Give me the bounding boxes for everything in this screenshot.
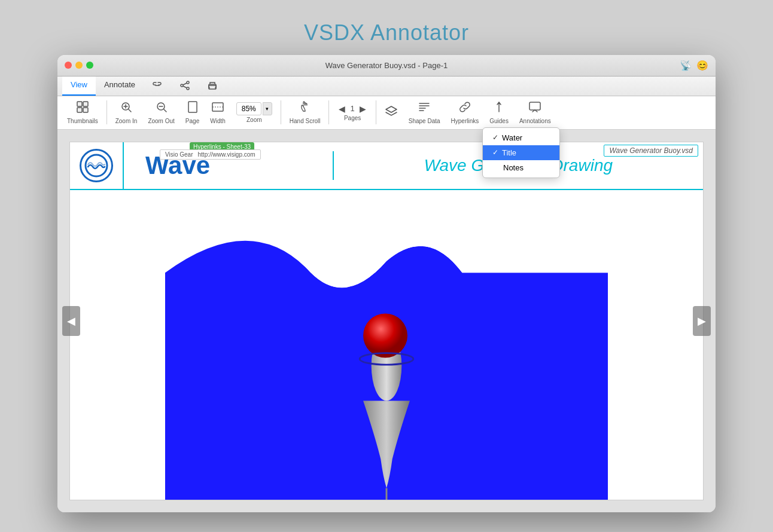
water-label: Water bbox=[502, 133, 522, 142]
content-area: ◀ ▶ Hyperlinks - Sheet-33 Visio Gear htt… bbox=[57, 130, 716, 512]
zoom-input[interactable] bbox=[236, 102, 261, 115]
annotations-label: Annotations bbox=[519, 118, 551, 124]
shape-data-icon bbox=[418, 100, 431, 117]
svg-rect-10 bbox=[188, 102, 197, 112]
thumbnails-label: Thumbnails bbox=[67, 118, 98, 124]
page-icon bbox=[186, 100, 199, 117]
page-label: Page bbox=[185, 118, 199, 124]
annotations-button[interactable]: Annotations bbox=[515, 99, 556, 126]
svg-point-16 bbox=[363, 313, 407, 357]
hand-scroll-label: Hand Scroll bbox=[290, 118, 321, 124]
tab-permalink[interactable] bbox=[144, 77, 171, 96]
zoom-out-label: Zoom Out bbox=[148, 118, 174, 124]
zoom-control: ▾ bbox=[236, 102, 272, 115]
pages-nav-group: ◀ 1 ▶ Pages bbox=[333, 103, 372, 123]
tab-view[interactable]: View bbox=[62, 77, 96, 96]
prev-page-button[interactable]: ◀ bbox=[337, 104, 346, 114]
nav-left-button[interactable]: ◀ bbox=[62, 306, 80, 336]
width-label: Width bbox=[210, 118, 226, 124]
minimize-button[interactable] bbox=[75, 62, 83, 69]
thumbnails-icon bbox=[76, 100, 89, 117]
nav-right-button[interactable]: ▶ bbox=[693, 306, 711, 336]
nav-right-icon: ▶ bbox=[698, 314, 706, 328]
hyperlink-url: http://www.visigp.com bbox=[198, 151, 255, 158]
hyperlinks-icon bbox=[458, 100, 471, 117]
drawing-header: Hyperlinks - Sheet-33 Visio Gear http://… bbox=[70, 142, 703, 190]
drawing-logo-box bbox=[70, 142, 124, 189]
window-title: Wave Generator Buoy.vsd - Page-1 bbox=[325, 61, 448, 70]
zoom-in-button[interactable]: Zoom In bbox=[111, 99, 142, 126]
dropdown-item-water[interactable]: Water bbox=[483, 130, 559, 145]
svg-rect-6 bbox=[77, 108, 82, 112]
canvas-area: ◀ ▶ Hyperlinks - Sheet-33 Visio Gear htt… bbox=[57, 130, 716, 512]
sep4 bbox=[376, 100, 376, 124]
pages-nav: ◀ 1 ▶ bbox=[337, 104, 367, 114]
close-button[interactable] bbox=[65, 62, 72, 69]
pages-label: Pages bbox=[344, 115, 361, 121]
menu-tabs: View Annotate bbox=[57, 77, 716, 96]
wifi-icon: 📡 bbox=[680, 60, 692, 71]
svg-point-2 bbox=[187, 87, 189, 90]
wave-logo bbox=[80, 149, 113, 182]
guides-button[interactable]: Guides bbox=[485, 99, 513, 126]
tab-annotate[interactable]: Annotate bbox=[96, 77, 144, 96]
mac-window: Wave Generator Buoy.vsd - Page-1 📡 😊 Vie… bbox=[57, 55, 716, 512]
svg-rect-3 bbox=[209, 84, 216, 89]
hand-scroll-icon bbox=[299, 100, 312, 117]
hyperlinks-label: Hyperlinks bbox=[451, 118, 479, 124]
annotations-icon bbox=[528, 100, 541, 117]
svg-rect-7 bbox=[83, 108, 88, 112]
layers-button[interactable] bbox=[380, 103, 403, 122]
drawing-file-label: Wave Generator Buoy.vsd bbox=[604, 145, 698, 157]
svg-rect-5 bbox=[83, 102, 88, 106]
sep3 bbox=[328, 100, 329, 124]
zoom-in-label: Zoom In bbox=[115, 118, 138, 124]
svg-rect-12 bbox=[529, 102, 540, 110]
dropdown-item-notes[interactable]: Notes bbox=[483, 160, 559, 175]
zoom-control-group: ▾ Zoom bbox=[232, 101, 277, 124]
tab-share[interactable] bbox=[171, 77, 199, 96]
svg-point-0 bbox=[187, 81, 189, 84]
page-button[interactable]: Page bbox=[181, 99, 204, 126]
svg-rect-4 bbox=[77, 102, 82, 106]
traffic-lights bbox=[65, 62, 93, 69]
person-icon: 😊 bbox=[696, 60, 708, 71]
dropdown-item-title[interactable]: Title bbox=[483, 145, 559, 160]
hyperlink-detail: Visio Gear http://www.visigp.com bbox=[160, 149, 261, 160]
zoom-in-icon bbox=[120, 100, 133, 117]
current-page: 1 bbox=[350, 104, 354, 113]
wave-drawing bbox=[70, 191, 703, 500]
sep2 bbox=[281, 100, 281, 124]
thumbnails-button[interactable]: Thumbnails bbox=[62, 99, 103, 126]
layers-dropdown: Water Title Notes bbox=[482, 127, 560, 178]
title-bar: Wave Generator Buoy.vsd - Page-1 📡 😊 bbox=[57, 55, 716, 77]
zoom-dropdown-button[interactable]: ▾ bbox=[263, 102, 272, 115]
nav-left-icon: ◀ bbox=[67, 314, 75, 328]
shape-data-button[interactable]: Shape Data bbox=[404, 99, 445, 126]
guides-label: Guides bbox=[489, 118, 509, 124]
title-label: Title bbox=[502, 148, 516, 157]
guides-icon bbox=[492, 100, 506, 117]
zoom-out-button[interactable]: Zoom Out bbox=[143, 99, 179, 126]
maximize-button[interactable] bbox=[86, 62, 93, 69]
title-bar-icons: 📡 😊 bbox=[680, 60, 708, 71]
width-button[interactable]: Width bbox=[205, 99, 230, 126]
width-icon bbox=[211, 100, 224, 117]
notes-label: Notes bbox=[503, 163, 524, 172]
shape-data-label: Shape Data bbox=[409, 118, 440, 124]
toolbar: Thumbnails Zoom In Zoom Out Page bbox=[57, 96, 716, 130]
sep1 bbox=[106, 100, 107, 124]
app-title: VSDX Annotator bbox=[304, 20, 469, 45]
hyperlink-label: Visio Gear bbox=[165, 151, 193, 158]
drawing-canvas: Hyperlinks - Sheet-33 Visio Gear http://… bbox=[69, 142, 704, 500]
zoom-label: Zoom bbox=[246, 117, 262, 123]
zoom-out-icon bbox=[155, 100, 168, 117]
hand-scroll-button[interactable]: Hand Scroll bbox=[285, 99, 325, 126]
next-page-button[interactable]: ▶ bbox=[358, 104, 367, 114]
hyperlinks-button[interactable]: Hyperlinks bbox=[446, 99, 484, 126]
layers-icon bbox=[385, 105, 398, 121]
svg-point-1 bbox=[181, 84, 183, 87]
tab-print[interactable] bbox=[199, 77, 226, 96]
